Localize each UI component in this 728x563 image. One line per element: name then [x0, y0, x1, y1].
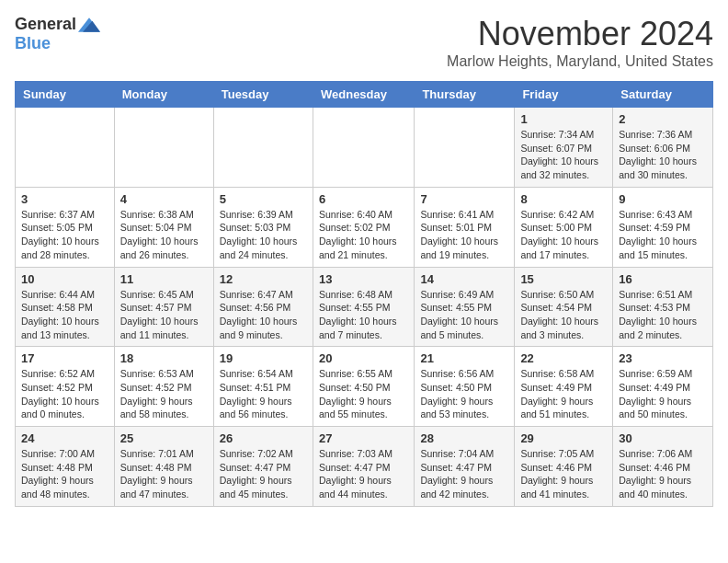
calendar-cell	[16, 108, 115, 188]
day-info: Sunrise: 6:39 AM Sunset: 5:03 PM Dayligh…	[220, 208, 307, 262]
weekday-header-thursday: Thursday	[415, 82, 515, 108]
day-info: Sunrise: 6:48 AM Sunset: 4:55 PM Dayligh…	[319, 288, 408, 342]
day-info: Sunrise: 6:50 AM Sunset: 4:54 PM Dayligh…	[520, 288, 607, 342]
day-info: Sunrise: 6:41 AM Sunset: 5:01 PM Dayligh…	[420, 208, 508, 262]
calendar-cell: 28Sunrise: 7:04 AM Sunset: 4:47 PM Dayli…	[415, 427, 515, 507]
day-number: 23	[619, 351, 707, 365]
day-info: Sunrise: 7:06 AM Sunset: 4:46 PM Dayligh…	[619, 447, 707, 501]
day-number: 30	[619, 431, 707, 445]
weekday-header-tuesday: Tuesday	[213, 82, 313, 108]
day-number: 2	[619, 112, 707, 126]
calendar-cell: 11Sunrise: 6:45 AM Sunset: 4:57 PM Dayli…	[114, 267, 213, 347]
weekday-header-friday: Friday	[515, 82, 613, 108]
day-number: 1	[520, 112, 607, 126]
calendar-table: SundayMondayTuesdayWednesdayThursdayFrid…	[15, 81, 713, 507]
day-info: Sunrise: 6:55 AM Sunset: 4:50 PM Dayligh…	[319, 367, 408, 421]
day-info: Sunrise: 7:04 AM Sunset: 4:47 PM Dayligh…	[420, 447, 508, 501]
day-info: Sunrise: 7:00 AM Sunset: 4:48 PM Dayligh…	[21, 447, 108, 501]
calendar-cell: 12Sunrise: 6:47 AM Sunset: 4:56 PM Dayli…	[213, 267, 313, 347]
logo-blue-text: Blue	[15, 34, 51, 52]
title-section: November 2024 Marlow Heights, Maryland, …	[447, 15, 713, 70]
calendar-cell: 22Sunrise: 6:58 AM Sunset: 4:49 PM Dayli…	[515, 347, 613, 427]
calendar-cell: 2Sunrise: 7:36 AM Sunset: 6:06 PM Daylig…	[613, 108, 713, 188]
day-info: Sunrise: 6:54 AM Sunset: 4:51 PM Dayligh…	[220, 367, 307, 421]
calendar-cell: 24Sunrise: 7:00 AM Sunset: 4:48 PM Dayli…	[16, 427, 115, 507]
calendar-cell	[213, 108, 313, 188]
calendar-week-row: 24Sunrise: 7:00 AM Sunset: 4:48 PM Dayli…	[16, 427, 713, 507]
calendar-week-row: 10Sunrise: 6:44 AM Sunset: 4:58 PM Dayli…	[16, 267, 713, 347]
calendar-cell: 29Sunrise: 7:05 AM Sunset: 4:46 PM Dayli…	[515, 427, 613, 507]
day-number: 24	[21, 431, 108, 445]
day-number: 6	[319, 192, 408, 206]
day-number: 20	[319, 351, 408, 365]
weekday-header-wednesday: Wednesday	[313, 82, 414, 108]
calendar-cell: 3Sunrise: 6:37 AM Sunset: 5:05 PM Daylig…	[16, 187, 115, 267]
day-number: 18	[120, 351, 208, 365]
day-number: 7	[420, 192, 508, 206]
calendar-week-row: 3Sunrise: 6:37 AM Sunset: 5:05 PM Daylig…	[16, 187, 713, 267]
day-info: Sunrise: 6:58 AM Sunset: 4:49 PM Dayligh…	[520, 367, 607, 421]
day-info: Sunrise: 7:05 AM Sunset: 4:46 PM Dayligh…	[520, 447, 607, 501]
day-number: 15	[520, 272, 607, 286]
day-info: Sunrise: 7:03 AM Sunset: 4:47 PM Dayligh…	[319, 447, 408, 501]
day-number: 11	[120, 272, 208, 286]
calendar-cell: 15Sunrise: 6:50 AM Sunset: 4:54 PM Dayli…	[515, 267, 613, 347]
day-info: Sunrise: 6:44 AM Sunset: 4:58 PM Dayligh…	[21, 288, 108, 342]
calendar-cell	[114, 108, 213, 188]
location-title: Marlow Heights, Maryland, United States	[447, 53, 713, 70]
calendar-cell: 30Sunrise: 7:06 AM Sunset: 4:46 PM Dayli…	[613, 427, 713, 507]
day-number: 21	[420, 351, 508, 365]
day-info: Sunrise: 6:42 AM Sunset: 5:00 PM Dayligh…	[520, 208, 607, 262]
calendar-cell: 25Sunrise: 7:01 AM Sunset: 4:48 PM Dayli…	[114, 427, 213, 507]
calendar-week-row: 1Sunrise: 7:34 AM Sunset: 6:07 PM Daylig…	[16, 108, 713, 188]
calendar-cell: 17Sunrise: 6:52 AM Sunset: 4:52 PM Dayli…	[16, 347, 115, 427]
logo: General Blue	[15, 15, 100, 53]
day-number: 14	[420, 272, 508, 286]
calendar-cell	[415, 108, 515, 188]
calendar-cell: 8Sunrise: 6:42 AM Sunset: 5:00 PM Daylig…	[515, 187, 613, 267]
calendar-cell: 14Sunrise: 6:49 AM Sunset: 4:55 PM Dayli…	[415, 267, 515, 347]
day-info: Sunrise: 6:49 AM Sunset: 4:55 PM Dayligh…	[420, 288, 508, 342]
day-number: 25	[120, 431, 208, 445]
day-number: 3	[21, 192, 108, 206]
day-number: 26	[220, 431, 307, 445]
day-info: Sunrise: 7:36 AM Sunset: 6:06 PM Dayligh…	[619, 128, 707, 182]
calendar-cell: 21Sunrise: 6:56 AM Sunset: 4:50 PM Dayli…	[415, 347, 515, 427]
weekday-header-row: SundayMondayTuesdayWednesdayThursdayFrid…	[16, 82, 713, 108]
calendar-cell	[313, 108, 414, 188]
day-info: Sunrise: 6:45 AM Sunset: 4:57 PM Dayligh…	[120, 288, 208, 342]
calendar-week-row: 17Sunrise: 6:52 AM Sunset: 4:52 PM Dayli…	[16, 347, 713, 427]
day-info: Sunrise: 6:47 AM Sunset: 4:56 PM Dayligh…	[220, 288, 307, 342]
calendar-cell: 4Sunrise: 6:38 AM Sunset: 5:04 PM Daylig…	[114, 187, 213, 267]
day-number: 28	[420, 431, 508, 445]
calendar-cell: 13Sunrise: 6:48 AM Sunset: 4:55 PM Dayli…	[313, 267, 414, 347]
day-number: 19	[220, 351, 307, 365]
calendar-cell: 9Sunrise: 6:43 AM Sunset: 4:59 PM Daylig…	[613, 187, 713, 267]
calendar-cell: 10Sunrise: 6:44 AM Sunset: 4:58 PM Dayli…	[16, 267, 115, 347]
calendar-cell: 5Sunrise: 6:39 AM Sunset: 5:03 PM Daylig…	[213, 187, 313, 267]
day-number: 13	[319, 272, 408, 286]
calendar-cell: 1Sunrise: 7:34 AM Sunset: 6:07 PM Daylig…	[515, 108, 613, 188]
day-info: Sunrise: 6:52 AM Sunset: 4:52 PM Dayligh…	[21, 367, 108, 421]
calendar-cell: 20Sunrise: 6:55 AM Sunset: 4:50 PM Dayli…	[313, 347, 414, 427]
day-info: Sunrise: 7:34 AM Sunset: 6:07 PM Dayligh…	[520, 128, 607, 182]
page-header: General Blue November 2024 Marlow Height…	[15, 15, 713, 70]
day-info: Sunrise: 6:37 AM Sunset: 5:05 PM Dayligh…	[21, 208, 108, 262]
logo-general-text: General	[15, 15, 76, 34]
day-info: Sunrise: 6:38 AM Sunset: 5:04 PM Dayligh…	[120, 208, 208, 262]
calendar-cell: 23Sunrise: 6:59 AM Sunset: 4:49 PM Dayli…	[613, 347, 713, 427]
day-info: Sunrise: 6:53 AM Sunset: 4:52 PM Dayligh…	[120, 367, 208, 421]
day-info: Sunrise: 7:01 AM Sunset: 4:48 PM Dayligh…	[120, 447, 208, 501]
day-info: Sunrise: 6:56 AM Sunset: 4:50 PM Dayligh…	[420, 367, 508, 421]
calendar-cell: 7Sunrise: 6:41 AM Sunset: 5:01 PM Daylig…	[415, 187, 515, 267]
weekday-header-monday: Monday	[114, 82, 213, 108]
weekday-header-sunday: Sunday	[16, 82, 115, 108]
day-number: 10	[21, 272, 108, 286]
day-info: Sunrise: 6:43 AM Sunset: 4:59 PM Dayligh…	[619, 208, 707, 262]
day-number: 17	[21, 351, 108, 365]
weekday-header-saturday: Saturday	[613, 82, 713, 108]
day-number: 16	[619, 272, 707, 286]
day-number: 5	[220, 192, 307, 206]
day-info: Sunrise: 6:51 AM Sunset: 4:53 PM Dayligh…	[619, 288, 707, 342]
day-number: 8	[520, 192, 607, 206]
